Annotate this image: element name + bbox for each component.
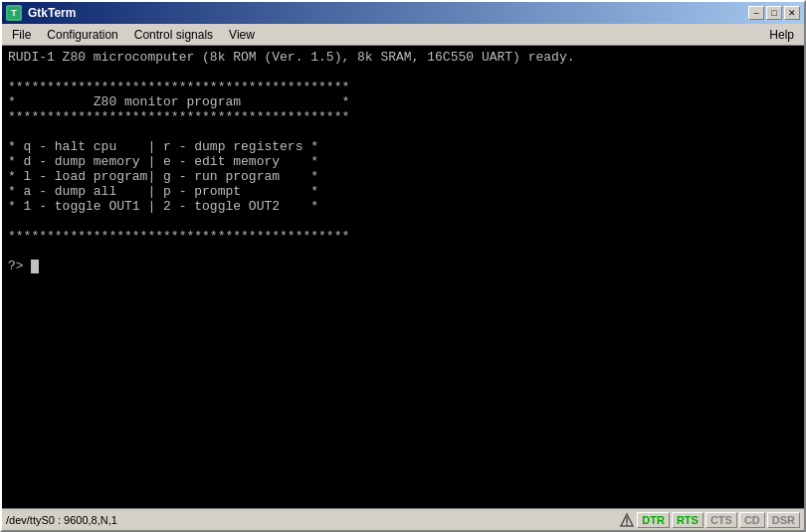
svg-point-4	[626, 523, 628, 525]
svg-text:T: T	[11, 8, 17, 18]
menu-help[interactable]: Help	[761, 26, 802, 44]
terminal-output[interactable]: RUDI-1 Z80 microcomputer (8k ROM (Ver. 1…	[2, 46, 804, 508]
minimize-button[interactable]: –	[748, 6, 764, 20]
dsr-indicator: DSR	[767, 512, 800, 528]
main-window: T GtkTerm – □ ✕ File Configuration Contr…	[0, 0, 806, 532]
menubar: File Configuration Control signals View …	[2, 24, 804, 46]
cts-indicator: CTS	[705, 512, 737, 528]
signal-indicators: DTR RTS CTS CD DSR	[619, 512, 800, 528]
statusbar: /dev/ttyS0 : 9600,8,N,1 DTR RTS CTS CD D…	[2, 508, 804, 530]
titlebar: T GtkTerm – □ ✕	[2, 2, 804, 24]
signal-icon	[619, 512, 635, 528]
maximize-button[interactable]: □	[766, 6, 782, 20]
rts-indicator: RTS	[672, 512, 704, 528]
menu-view[interactable]: View	[221, 26, 263, 44]
cd-indicator: CD	[739, 512, 765, 528]
menu-control-signals[interactable]: Control signals	[126, 26, 221, 44]
cursor	[31, 260, 39, 273]
port-info: /dev/ttyS0 : 9600,8,N,1	[6, 514, 619, 526]
close-button[interactable]: ✕	[784, 6, 800, 20]
dtr-indicator: DTR	[637, 512, 670, 528]
menu-file[interactable]: File	[4, 26, 39, 44]
window-controls: – □ ✕	[748, 6, 800, 20]
window-title: GtkTerm	[28, 6, 742, 20]
menu-configuration[interactable]: Configuration	[39, 26, 125, 44]
app-icon: T	[6, 5, 22, 21]
